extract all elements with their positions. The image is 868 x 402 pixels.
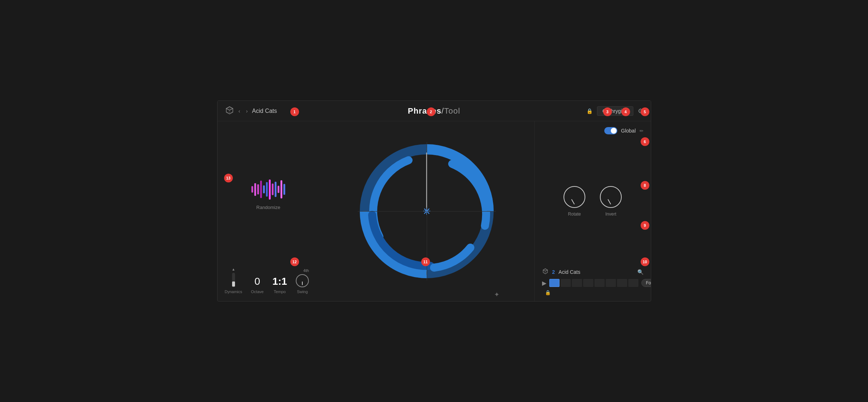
sequencer-header: 2 Acid Cats 🔍: [542, 268, 644, 276]
seq-pad-8[interactable]: [628, 279, 638, 287]
rotate-knob[interactable]: [564, 186, 585, 208]
tempo-label: Tempo: [274, 289, 286, 294]
seq-pad-7[interactable]: [617, 279, 627, 287]
project-name: Acid Cats: [252, 108, 277, 114]
annotation-4: 4: [621, 107, 630, 116]
octave-control: 0 Octave: [251, 276, 264, 294]
annotation-6: 6: [641, 137, 649, 146]
left-panel: Randomize ▲ Dynamics 0 Octave: [218, 121, 319, 301]
seq-pad-2[interactable]: [561, 279, 571, 287]
follow-button[interactable]: Follow: [641, 279, 651, 287]
swing-suffix: 4th: [303, 268, 309, 273]
bottom-controls: ▲ Dynamics 0 Octave 1:1 Tempo: [225, 264, 312, 294]
move-icon[interactable]: ✦: [494, 291, 499, 299]
annotation-2: 2: [427, 107, 435, 116]
play-button[interactable]: ▶: [542, 280, 546, 287]
dynamics-control: ▲ Dynamics: [225, 267, 242, 294]
annotation-11: 11: [421, 257, 430, 266]
dynamics-thumb: [232, 281, 235, 287]
global-toggle[interactable]: [604, 127, 617, 134]
invert-label: Invert: [605, 212, 616, 217]
invert-knob-item: Invert: [600, 186, 622, 217]
swing-knob[interactable]: [296, 274, 309, 287]
dynamics-arrow-up: ▲: [232, 267, 235, 271]
seq-pad-1[interactable]: [549, 279, 560, 287]
seq-cube-icon: [542, 268, 549, 276]
annotation-10: 10: [641, 257, 649, 266]
lock-icon: 🔒: [586, 108, 593, 114]
knobs-row: Rotate Invert: [542, 140, 644, 262]
invert-knob[interactable]: [600, 186, 622, 208]
annotation-9: 9: [641, 221, 649, 230]
cube-icon[interactable]: [225, 106, 234, 117]
app-container: 1 2 3 4 5 6 7 8 9 10 11 12 13 ‹ › Acid C…: [217, 100, 651, 302]
annotation-3: 3: [603, 107, 612, 116]
annotation-1: 1: [290, 107, 299, 116]
annotation-8: 8: [641, 181, 649, 190]
nav-prev-button[interactable]: ‹: [237, 107, 242, 115]
swing-knob-container: 4th: [296, 268, 309, 287]
seq-pad-6[interactable]: [606, 279, 616, 287]
randomize-bars: [251, 178, 285, 200]
seq-search-icon[interactable]: 🔍: [637, 269, 644, 275]
seq-pad-3[interactable]: [572, 279, 582, 287]
swing-control: 4th Swing: [296, 268, 309, 294]
app-subtitle: Tool: [444, 106, 460, 115]
tempo-value[interactable]: 1:1: [272, 276, 287, 287]
dynamics-label: Dynamics: [225, 289, 242, 294]
seq-name: Acid Cats: [558, 269, 633, 275]
annotation-13: 13: [224, 174, 233, 182]
annotation-12: 12: [290, 257, 299, 266]
right-panel: Global ✏ Rotate Invert: [534, 121, 651, 301]
global-label: Global: [621, 128, 636, 134]
seq-pad-5[interactable]: [594, 279, 605, 287]
nav-next-button[interactable]: ›: [244, 107, 249, 115]
seq-number: 2: [552, 269, 555, 275]
seq-lock-icon: 🔒: [545, 290, 551, 295]
rotate-label: Rotate: [568, 212, 581, 217]
dynamics-track: [232, 273, 235, 287]
edit-icon[interactable]: ✏: [640, 128, 644, 134]
dynamics-slider[interactable]: ▲: [232, 267, 235, 287]
app-title-bold: Phrases: [408, 106, 442, 115]
swing-label: Swing: [297, 289, 308, 294]
seq-pad-4[interactable]: [583, 279, 593, 287]
sequencer-panel: 2 Acid Cats 🔍 ▶: [542, 268, 644, 295]
rotate-knob-item: Rotate: [564, 186, 585, 217]
main-content: Randomize ▲ Dynamics 0 Octave: [218, 121, 651, 301]
seq-pads: [549, 279, 638, 287]
sequencer-controls: ▶ Follow Latch: [542, 279, 644, 287]
octave-label: Octave: [251, 289, 264, 294]
annotation-5: 5: [641, 107, 649, 116]
global-row: Global ✏: [542, 127, 644, 134]
randomize-button[interactable]: Randomize: [225, 129, 312, 260]
octave-value[interactable]: 0: [254, 276, 260, 287]
tempo-control: 1:1 Tempo: [272, 276, 287, 294]
center-panel: ✦: [319, 121, 534, 301]
randomize-label: Randomize: [256, 205, 280, 210]
